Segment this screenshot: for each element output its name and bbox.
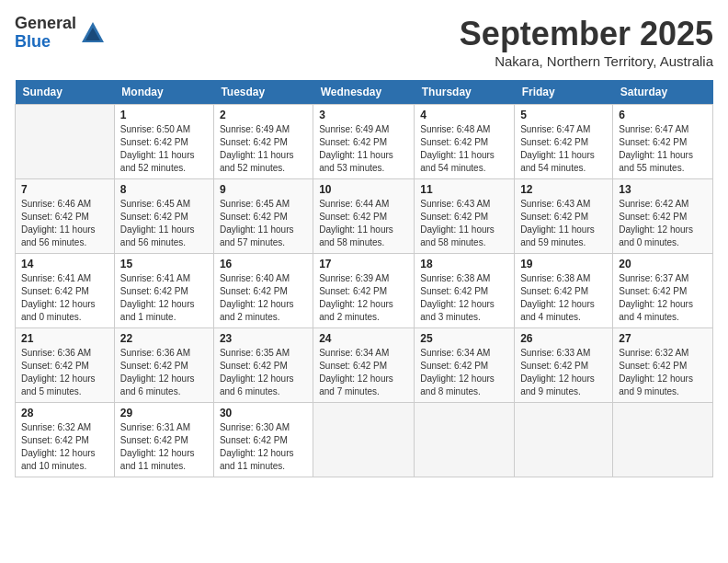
day-info: Sunrise: 6:43 AM Sunset: 6:42 PM Dayligh… (420, 198, 508, 249)
calendar-cell: 13Sunrise: 6:42 AM Sunset: 6:42 PM Dayli… (613, 179, 713, 254)
calendar-cell: 2Sunrise: 6:49 AM Sunset: 6:42 PM Daylig… (213, 105, 313, 179)
day-number: 15 (120, 258, 208, 270)
weekday-header-tuesday: Tuesday (213, 80, 313, 105)
calendar-cell: 29Sunrise: 6:31 AM Sunset: 6:42 PM Dayli… (114, 403, 213, 477)
day-info: Sunrise: 6:41 AM Sunset: 6:42 PM Dayligh… (120, 272, 208, 324)
calendar-cell: 1Sunrise: 6:50 AM Sunset: 6:42 PM Daylig… (114, 105, 213, 179)
weekday-header-wednesday: Wednesday (313, 80, 415, 105)
calendar-cell: 25Sunrise: 6:34 AM Sunset: 6:42 PM Dayli… (415, 328, 515, 403)
calendar-cell: 5Sunrise: 6:47 AM Sunset: 6:42 PM Daylig… (515, 105, 613, 179)
calendar-week-row: 14Sunrise: 6:41 AM Sunset: 6:42 PM Dayli… (16, 254, 713, 328)
day-info: Sunrise: 6:32 AM Sunset: 6:42 PM Dayligh… (619, 347, 707, 398)
calendar-cell: 14Sunrise: 6:41 AM Sunset: 6:42 PM Dayli… (16, 254, 115, 328)
calendar-cell: 20Sunrise: 6:37 AM Sunset: 6:42 PM Dayli… (613, 254, 713, 328)
day-number: 21 (21, 332, 108, 345)
calendar-cell: 9Sunrise: 6:45 AM Sunset: 6:42 PM Daylig… (213, 179, 313, 254)
day-info: Sunrise: 6:34 AM Sunset: 6:42 PM Dayligh… (319, 347, 408, 398)
day-info: Sunrise: 6:48 AM Sunset: 6:42 PM Dayligh… (420, 123, 508, 175)
day-number: 20 (619, 258, 707, 270)
day-number: 7 (21, 183, 108, 196)
day-info: Sunrise: 6:43 AM Sunset: 6:42 PM Dayligh… (520, 198, 607, 249)
calendar-week-row: 28Sunrise: 6:32 AM Sunset: 6:42 PM Dayli… (16, 403, 713, 477)
weekday-header-sunday: Sunday (16, 80, 115, 105)
weekday-header-row: SundayMondayTuesdayWednesdayThursdayFrid… (16, 80, 713, 105)
weekday-header-friday: Friday (515, 80, 613, 105)
day-number: 12 (520, 183, 607, 196)
calendar-cell: 7Sunrise: 6:46 AM Sunset: 6:42 PM Daylig… (16, 179, 115, 254)
calendar-cell: 22Sunrise: 6:36 AM Sunset: 6:42 PM Dayli… (114, 328, 213, 403)
day-info: Sunrise: 6:47 AM Sunset: 6:42 PM Dayligh… (619, 123, 707, 175)
logo-blue: Blue (15, 33, 76, 52)
calendar-cell: 4Sunrise: 6:48 AM Sunset: 6:42 PM Daylig… (415, 105, 515, 179)
calendar-cell: 30Sunrise: 6:30 AM Sunset: 6:42 PM Dayli… (213, 403, 313, 477)
calendar-cell: 21Sunrise: 6:36 AM Sunset: 6:42 PM Dayli… (16, 328, 115, 403)
calendar-week-row: 1Sunrise: 6:50 AM Sunset: 6:42 PM Daylig… (16, 105, 713, 179)
day-number: 10 (319, 183, 408, 196)
calendar-cell: 17Sunrise: 6:39 AM Sunset: 6:42 PM Dayli… (313, 254, 415, 328)
calendar-cell: 28Sunrise: 6:32 AM Sunset: 6:42 PM Dayli… (16, 403, 115, 477)
day-number: 6 (619, 109, 707, 121)
day-number: 22 (120, 332, 208, 345)
calendar-cell: 23Sunrise: 6:35 AM Sunset: 6:42 PM Dayli… (213, 328, 313, 403)
weekday-header-saturday: Saturday (613, 80, 713, 105)
calendar-cell: 15Sunrise: 6:41 AM Sunset: 6:42 PM Dayli… (114, 254, 213, 328)
day-info: Sunrise: 6:34 AM Sunset: 6:42 PM Dayligh… (420, 347, 508, 398)
day-number: 8 (120, 183, 208, 196)
header: General Blue September 2025 Nakara, Nort… (15, 15, 713, 69)
day-info: Sunrise: 6:39 AM Sunset: 6:42 PM Dayligh… (319, 272, 408, 324)
day-number: 5 (520, 109, 607, 121)
day-number: 18 (420, 258, 508, 270)
logo-text: General Blue (15, 15, 76, 52)
day-info: Sunrise: 6:35 AM Sunset: 6:42 PM Dayligh… (220, 347, 307, 398)
day-info: Sunrise: 6:36 AM Sunset: 6:42 PM Dayligh… (21, 347, 108, 398)
day-info: Sunrise: 6:38 AM Sunset: 6:42 PM Dayligh… (520, 272, 607, 324)
day-number: 29 (120, 407, 208, 419)
calendar-cell: 18Sunrise: 6:38 AM Sunset: 6:42 PM Dayli… (415, 254, 515, 328)
calendar-cell: 19Sunrise: 6:38 AM Sunset: 6:42 PM Dayli… (515, 254, 613, 328)
day-info: Sunrise: 6:49 AM Sunset: 6:42 PM Dayligh… (319, 123, 408, 175)
day-number: 9 (220, 183, 307, 196)
calendar-cell: 11Sunrise: 6:43 AM Sunset: 6:42 PM Dayli… (415, 179, 515, 254)
day-number: 1 (120, 109, 208, 121)
title-area: September 2025 Nakara, Northern Territor… (460, 15, 713, 69)
weekday-header-monday: Monday (114, 80, 213, 105)
day-info: Sunrise: 6:47 AM Sunset: 6:42 PM Dayligh… (520, 123, 607, 175)
day-number: 14 (21, 258, 108, 270)
day-number: 24 (319, 332, 408, 345)
logo: General Blue (15, 15, 106, 52)
location-title: Nakara, Northern Territory, Australia (460, 53, 713, 69)
day-info: Sunrise: 6:50 AM Sunset: 6:42 PM Dayligh… (120, 123, 208, 175)
calendar-cell (515, 403, 613, 477)
logo-icon (80, 20, 106, 46)
calendar-cell (613, 403, 713, 477)
calendar-cell: 6Sunrise: 6:47 AM Sunset: 6:42 PM Daylig… (613, 105, 713, 179)
calendar-cell: 12Sunrise: 6:43 AM Sunset: 6:42 PM Dayli… (515, 179, 613, 254)
calendar-cell: 10Sunrise: 6:44 AM Sunset: 6:42 PM Dayli… (313, 179, 415, 254)
month-title: September 2025 (460, 15, 713, 53)
calendar-cell: 24Sunrise: 6:34 AM Sunset: 6:42 PM Dayli… (313, 328, 415, 403)
calendar-cell: 26Sunrise: 6:33 AM Sunset: 6:42 PM Dayli… (515, 328, 613, 403)
day-info: Sunrise: 6:36 AM Sunset: 6:42 PM Dayligh… (120, 347, 208, 398)
calendar-cell: 3Sunrise: 6:49 AM Sunset: 6:42 PM Daylig… (313, 105, 415, 179)
day-info: Sunrise: 6:38 AM Sunset: 6:42 PM Dayligh… (420, 272, 508, 324)
calendar-cell: 16Sunrise: 6:40 AM Sunset: 6:42 PM Dayli… (213, 254, 313, 328)
day-number: 30 (220, 407, 307, 419)
day-number: 13 (619, 183, 707, 196)
day-info: Sunrise: 6:40 AM Sunset: 6:42 PM Dayligh… (220, 272, 307, 324)
calendar-cell (16, 105, 115, 179)
calendar-cell: 8Sunrise: 6:45 AM Sunset: 6:42 PM Daylig… (114, 179, 213, 254)
weekday-header-thursday: Thursday (415, 80, 515, 105)
day-number: 19 (520, 258, 607, 270)
day-number: 2 (220, 109, 307, 121)
day-info: Sunrise: 6:37 AM Sunset: 6:42 PM Dayligh… (619, 272, 707, 324)
day-info: Sunrise: 6:30 AM Sunset: 6:42 PM Dayligh… (220, 421, 307, 473)
day-number: 16 (220, 258, 307, 270)
day-number: 27 (619, 332, 707, 345)
day-number: 28 (21, 407, 108, 419)
day-number: 4 (420, 109, 508, 121)
day-number: 26 (520, 332, 607, 345)
day-info: Sunrise: 6:45 AM Sunset: 6:42 PM Dayligh… (220, 198, 307, 249)
day-number: 17 (319, 258, 408, 270)
logo-general: General (15, 15, 76, 33)
day-info: Sunrise: 6:44 AM Sunset: 6:42 PM Dayligh… (319, 198, 408, 249)
